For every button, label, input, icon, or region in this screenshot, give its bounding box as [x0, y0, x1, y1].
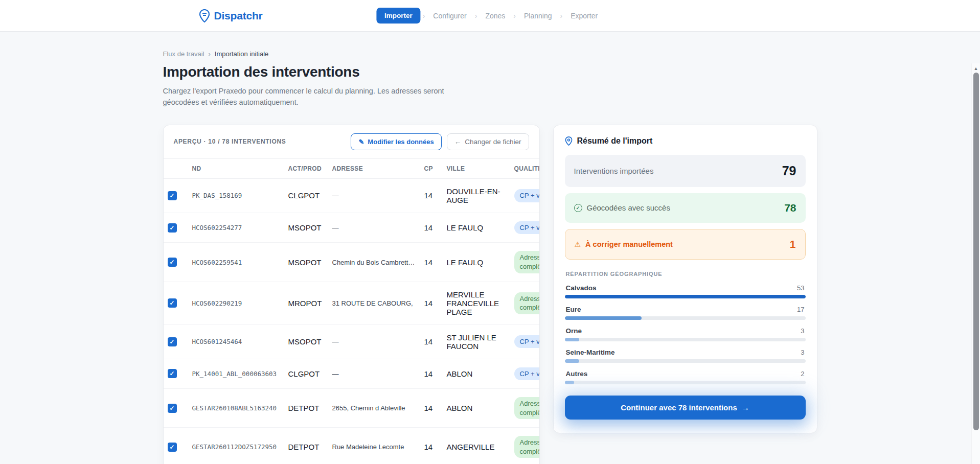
distribution-value: 53: [797, 284, 804, 292]
row-checkbox[interactable]: [168, 404, 177, 413]
cell-nd: GESTAR260112DOZ5172950: [188, 428, 284, 464]
column-header-qualite[interactable]: QUALITÉ: [510, 159, 539, 179]
row-checkbox[interactable]: [168, 258, 177, 267]
cell-qualite: Adresse complète: [510, 389, 539, 428]
cell-cp: 14: [420, 389, 443, 428]
vertical-scroll-thumb[interactable]: [973, 73, 979, 430]
table-row: PK_DAS_158169CLGPOT—14DOUVILLE-EN-AUGECP…: [164, 178, 539, 213]
table-row: PK_14001_ABL_000063603CLGPOT—14ABLONCP +…: [164, 359, 539, 389]
distribution-item: Autres2: [565, 370, 806, 384]
edit-data-button[interactable]: ✎ Modifier les données: [351, 133, 441, 150]
cell-nd: HCOS602254277: [188, 213, 284, 243]
step-separator-icon: ›: [423, 12, 425, 20]
cell-act: MSOPOT: [284, 213, 328, 243]
map-pin-icon: [199, 9, 210, 22]
continue-button[interactable]: Continuer avec 78 interventions →: [565, 396, 806, 420]
table-row: HCOS602259541MSOPOTChemin du Bois Cambre…: [164, 243, 539, 282]
row-checkbox[interactable]: [168, 223, 177, 233]
nav-step-planning[interactable]: Planning: [518, 8, 558, 24]
cell-act: MROPOT: [284, 282, 328, 324]
cell-qualite: CP + ville: [510, 178, 539, 213]
cell-cp: 14: [420, 359, 443, 389]
table-row: HCOS601245464MSOPOT—14ST JULIEN LE FAUCO…: [164, 324, 539, 359]
summary-title: Résumé de l'import: [577, 136, 653, 146]
column-header-ville[interactable]: VILLE: [443, 159, 510, 179]
distribution-bar-fill: [565, 381, 575, 384]
cell-adr: —: [328, 213, 420, 243]
breadcrumb-separator: ›: [208, 50, 210, 58]
distribution-bar-track: [565, 295, 806, 298]
cell-cp: 14: [420, 282, 443, 324]
distribution-bar-fill: [565, 295, 806, 298]
nav-step-zones[interactable]: Zones: [479, 8, 511, 24]
column-header-nd[interactable]: ND: [188, 159, 284, 179]
stat-geocoded: ✓ Géocodées avec succès 78: [565, 193, 806, 223]
distribution-value: 3: [801, 327, 804, 335]
row-checkbox[interactable]: [168, 191, 177, 200]
distribution-title: RÉPARTITION GÉOGRAPHIQUE: [566, 271, 805, 277]
cell-adr: 2655, Chemin d Ableville: [328, 389, 420, 428]
cell-ville: ABLON: [443, 359, 510, 389]
distribution-value: 17: [797, 306, 804, 313]
cell-nd: GESTAR260108ABL5163240: [188, 389, 284, 428]
quality-badge: CP + ville: [514, 189, 539, 202]
cell-ville: LE FAULQ: [443, 243, 510, 282]
distribution-item: Eure17: [565, 306, 806, 320]
left-column: APERÇU · 10 / 78 INTERVENTIONS ✎ Modifie…: [163, 125, 540, 464]
table-scroll-area[interactable]: ND ACT/PROD ADRESSE CP VILLE QUALITÉ PK_…: [164, 159, 539, 464]
distribution-name: Eure: [566, 306, 581, 313]
page-title: Importation des interventions: [163, 64, 817, 80]
quality-badge: Adresse complète: [514, 397, 539, 419]
cell-ville: LE FAULQ: [443, 213, 510, 243]
table-row: HCOS602290219MROPOT31 ROUTE DE CABOURG,1…: [164, 282, 539, 324]
cell-adr: —: [328, 178, 420, 213]
cell-act: CLGPOT: [284, 178, 328, 213]
stat-to-fix-value: 1: [790, 238, 796, 250]
nav-step-exporter[interactable]: Exporter: [564, 8, 604, 24]
distribution-name: Orne: [566, 327, 582, 335]
distribution-item: Calvados53: [565, 284, 806, 298]
select-column-header: [164, 159, 188, 179]
column-header-cp[interactable]: CP: [420, 159, 443, 179]
quality-badge: Adresse complète: [514, 436, 539, 458]
cell-adr: —: [328, 359, 420, 389]
cell-ville: MERVILLE FRANCEVILLE PLAGE: [443, 282, 510, 324]
quality-badge: Adresse complète: [514, 292, 539, 314]
row-checkbox[interactable]: [168, 298, 177, 308]
scroll-up-arrow-icon[interactable]: ▲: [972, 66, 980, 71]
breadcrumb: Flux de travail › Importation initiale: [163, 50, 817, 58]
arrow-right-icon: →: [742, 403, 749, 412]
table-row: HCOS602254277MSOPOT—14LE FAULQCP + ville: [164, 213, 539, 243]
row-checkbox[interactable]: [168, 337, 177, 346]
row-checkbox[interactable]: [168, 443, 177, 452]
cell-cp: 14: [420, 428, 443, 464]
change-file-button[interactable]: ← Changer de fichier: [447, 133, 529, 150]
cell-nd: HCOS602290219: [188, 282, 284, 324]
app-logo[interactable]: Dispatchr: [199, 9, 263, 22]
cell-ville: DOUVILLE-EN-AUGE: [443, 178, 510, 213]
stat-imported: Interventions importées 79: [565, 155, 806, 187]
interventions-preview-card: APERÇU · 10 / 78 INTERVENTIONS ✎ Modifie…: [163, 125, 540, 464]
distribution-bar-fill: [565, 338, 579, 341]
cell-ville: ST JULIEN LE FAUCON: [443, 324, 510, 359]
cell-qualite: Adresse complète: [510, 243, 539, 282]
check-circle-icon: ✓: [574, 204, 582, 212]
nav-step-importer[interactable]: Importer: [376, 8, 421, 24]
distribution-bar-fill: [565, 316, 642, 320]
breadcrumb-parent[interactable]: Flux de travail: [163, 50, 204, 58]
warning-icon: ⚠: [575, 240, 581, 248]
column-header-actprod[interactable]: ACT/PROD: [284, 159, 328, 179]
column-header-adresse[interactable]: ADRESSE: [328, 159, 420, 179]
row-checkbox[interactable]: [168, 369, 177, 378]
distribution-value: 2: [801, 370, 804, 378]
nav-step-configurer[interactable]: Configurer: [427, 8, 472, 24]
table-header-row: ND ACT/PROD ADRESSE CP VILLE QUALITÉ: [164, 159, 539, 179]
step-separator-icon: ›: [475, 12, 477, 20]
cell-qualite: CP + ville: [510, 213, 539, 243]
cell-qualite: Adresse complète: [510, 428, 539, 464]
cell-nd: HCOS602259541: [188, 243, 284, 282]
cell-adr: —: [328, 324, 420, 359]
step-separator-icon: ›: [560, 12, 562, 20]
table-row: GESTAR260112DOZ5172950DETPOTRue Madelein…: [164, 428, 539, 464]
cell-qualite: CP + ville: [510, 359, 539, 389]
